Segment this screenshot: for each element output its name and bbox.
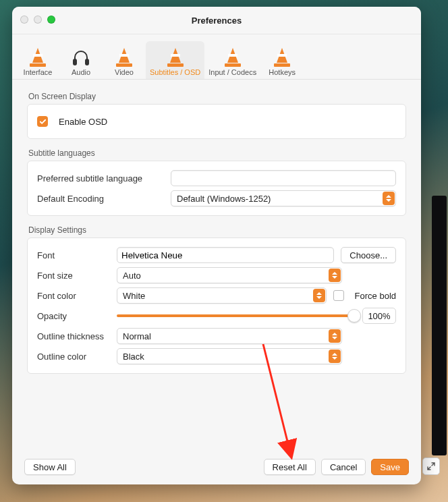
preferred-language-label: Preferred subtitle language bbox=[37, 173, 145, 184]
font-color-value: White bbox=[123, 291, 145, 301]
encoding-value: Default (Windows-1252) bbox=[177, 194, 271, 204]
outline-color-select[interactable]: Black bbox=[117, 348, 342, 364]
preferences-body: On Screen Display Enable OSD Subtitle la… bbox=[12, 80, 421, 374]
opacity-label: Opacity bbox=[37, 311, 110, 321]
tab-interface[interactable]: Interface bbox=[16, 41, 59, 79]
encoding-label: Default Encoding bbox=[37, 194, 145, 204]
check-icon bbox=[39, 118, 47, 125]
chevron-up-down-icon bbox=[313, 289, 325, 302]
section-title-display: Display Settings bbox=[28, 225, 406, 235]
section-title-osd: On Screen Display bbox=[28, 92, 406, 101]
close-window-button[interactable] bbox=[20, 16, 28, 24]
force-bold-label: Force bold bbox=[355, 291, 396, 301]
zoom-window-button[interactable] bbox=[47, 16, 55, 24]
font-label: Font bbox=[37, 250, 110, 260]
section-title-langs: Subtitle languages bbox=[28, 148, 406, 158]
cone-icon bbox=[225, 47, 241, 67]
langs-group: Preferred subtitle language Default Enco… bbox=[27, 161, 406, 216]
chevron-up-down-icon bbox=[329, 329, 341, 343]
chevron-up-down-icon bbox=[329, 350, 341, 363]
osd-group: Enable OSD bbox=[27, 104, 406, 139]
display-group: Font Choose... Font size Auto Font color… bbox=[27, 238, 406, 374]
font-size-label: Font size bbox=[37, 271, 110, 281]
tab-label: Interface bbox=[24, 68, 53, 76]
choose-font-button[interactable]: Choose... bbox=[341, 247, 396, 263]
opacity-value: 100% bbox=[362, 308, 396, 324]
outline-thickness-value: Normal bbox=[123, 331, 151, 341]
expand-icon bbox=[426, 462, 436, 471]
preferred-language-input[interactable] bbox=[171, 170, 396, 186]
tab-label: Video bbox=[115, 68, 134, 76]
opacity-slider[interactable] bbox=[117, 314, 357, 317]
cone-icon bbox=[116, 47, 132, 67]
force-bold-checkbox[interactable] bbox=[333, 290, 344, 301]
minimize-window-button[interactable] bbox=[34, 16, 42, 24]
background-window-edge bbox=[432, 196, 447, 455]
tab-audio[interactable]: Audio bbox=[59, 41, 103, 79]
reset-all-button[interactable]: Reset All bbox=[264, 459, 316, 475]
font-size-value: Auto bbox=[123, 271, 141, 281]
window-title: Preferences bbox=[192, 16, 242, 26]
tab-label: Input / Codecs bbox=[208, 68, 256, 76]
chevron-up-down-icon bbox=[383, 192, 395, 205]
svg-rect-0 bbox=[73, 59, 77, 65]
font-color-label: Font color bbox=[37, 291, 110, 301]
enable-osd-checkbox[interactable] bbox=[37, 116, 48, 127]
tab-input-codecs[interactable]: Input / Codecs bbox=[204, 41, 260, 79]
picture-in-picture-button[interactable] bbox=[422, 457, 440, 475]
tab-hotkeys[interactable]: Hotkeys bbox=[260, 41, 304, 79]
cone-icon bbox=[274, 47, 290, 67]
show-all-button[interactable]: Show All bbox=[24, 459, 76, 475]
outline-thickness-select[interactable]: Normal bbox=[117, 328, 342, 344]
tab-label: Subtitles / OSD bbox=[150, 68, 200, 76]
cone-icon bbox=[30, 47, 46, 67]
titlebar: Preferences bbox=[12, 7, 421, 34]
tab-video[interactable]: Video bbox=[103, 41, 146, 79]
font-color-select[interactable]: White bbox=[117, 287, 327, 304]
enable-osd-label: Enable OSD bbox=[59, 117, 107, 127]
chevron-up-down-icon bbox=[329, 269, 341, 282]
cancel-button[interactable]: Cancel bbox=[321, 459, 366, 475]
tab-subtitles-osd[interactable]: Subtitles / OSD bbox=[146, 41, 204, 79]
encoding-select[interactable]: Default (Windows-1252) bbox=[171, 190, 396, 206]
traffic-lights bbox=[20, 16, 55, 24]
outline-color-label: Outline color bbox=[37, 352, 110, 362]
outline-color-value: Black bbox=[123, 352, 144, 362]
headphones-icon bbox=[63, 43, 99, 67]
font-input[interactable] bbox=[117, 247, 334, 263]
tab-label: Hotkeys bbox=[269, 68, 296, 76]
font-size-select[interactable]: Auto bbox=[117, 267, 342, 283]
footer-buttons: Show All Reset All Cancel Save bbox=[12, 452, 421, 484]
cone-icon bbox=[167, 47, 184, 67]
outline-thickness-label: Outline thickness bbox=[37, 331, 110, 341]
save-button[interactable]: Save bbox=[371, 459, 409, 475]
svg-rect-1 bbox=[85, 59, 89, 65]
preferences-window: Preferences Interface Audio Video Subtit… bbox=[12, 7, 421, 484]
slider-thumb[interactable] bbox=[347, 309, 361, 323]
tab-label: Audio bbox=[72, 68, 90, 76]
preferences-tabs: Interface Audio Video Subtitles / OSD In… bbox=[12, 34, 421, 80]
